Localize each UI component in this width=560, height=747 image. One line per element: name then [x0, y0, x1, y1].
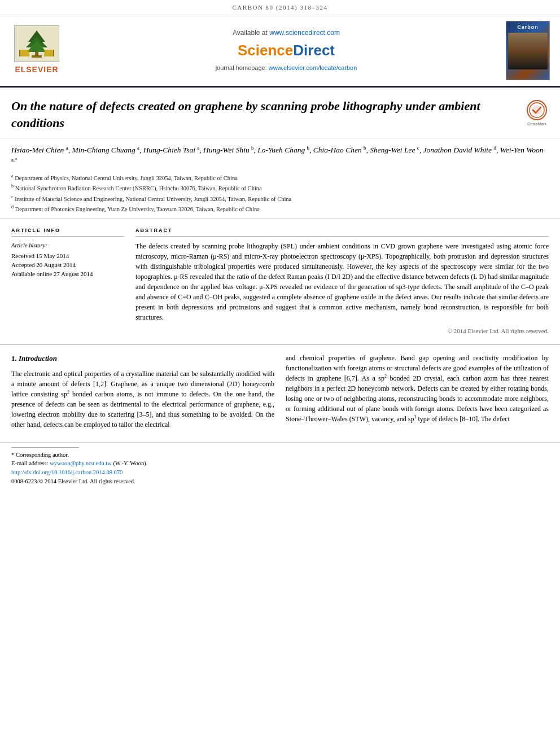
issn-line: 0008-6223/© 2014 Elsevier Ltd. All right…	[11, 477, 549, 486]
section-number: 1.	[11, 354, 17, 362]
affiliation-d: d Department of Photonics Engineering, Y…	[11, 204, 549, 213]
accepted-date: Accepted 20 August 2014	[11, 261, 124, 270]
journal-bar: CARBON 80 (2014) 318–324	[0, 0, 560, 15]
sciencedirect-url-link[interactable]: www.sciencedirect.com	[269, 29, 340, 37]
body-col-left: 1. Introduction The electronic and optic…	[11, 353, 274, 434]
affiliations: a Department of Physics, National Centra…	[11, 173, 549, 213]
available-at-text: Available at www.sciencedirect.com	[233, 28, 340, 38]
svg-rect-7	[19, 50, 20, 56]
copyright-line: © 2014 Elsevier Ltd. All rights reserved…	[135, 327, 549, 336]
journal-bar-text: CARBON 80 (2014) 318–324	[233, 4, 328, 11]
two-col-body: 1. Introduction The electronic and optic…	[11, 353, 549, 434]
email-link[interactable]: wywoon@phy.ncu.edu.tw	[50, 460, 112, 466]
elsevier-logo: ELSEVIER	[6, 21, 68, 80]
affiliation-a: a Department of Physics, National Centra…	[11, 173, 549, 182]
authors-line: Hsiao-Mei Chien a, Min-Chiang Chuang a, …	[11, 144, 549, 168]
sciencedirect-logo-text: ScienceDirect	[238, 40, 335, 62]
svg-rect-6	[19, 50, 29, 56]
doi-link[interactable]: http://dx.doi.org/10.1016/j.carbon.2014.…	[11, 469, 123, 475]
homepage-text: journal homepage: www.elsevier.com/locat…	[216, 64, 357, 73]
abstract-col: ABSTRACT The defects created by scanning…	[135, 227, 549, 336]
header-area: ELSEVIER Available at www.sciencedirect.…	[0, 15, 560, 88]
body-section: 1. Introduction The electronic and optic…	[0, 345, 560, 440]
journal-cover: Carbon	[505, 21, 551, 80]
received-date: Received 15 May 2014	[11, 252, 124, 261]
section-heading: 1. Introduction	[11, 353, 274, 364]
crossmark-label: CrossMark	[527, 121, 546, 127]
doi-line: http://dx.doi.org/10.1016/j.carbon.2014.…	[11, 468, 549, 477]
article-info-label: ARTICLE INFO	[11, 227, 124, 237]
intro-para-right: and chemical properties of graphene. Ban…	[286, 353, 549, 424]
intro-para-left: The electronic and optical properties of…	[11, 369, 274, 430]
abstract-text: The defects created by scanning probe li…	[135, 241, 549, 322]
article-title-section: On the nature of defects created on grap…	[0, 88, 560, 138]
header-center: Available at www.sciencedirect.com Scien…	[73, 21, 499, 80]
affiliation-c: c Institute of Material Science and Engi…	[11, 194, 549, 203]
journal-cover-graphic	[508, 33, 548, 69]
article-history-label: Article history:	[11, 241, 124, 250]
elsevier-tree-image	[14, 25, 59, 62]
article-main-title: On the nature of defects created on grap…	[11, 98, 519, 131]
footnotes-area: * Corresponding author. E-mail address: …	[0, 442, 560, 492]
author-names: Hsiao-Mei Chien a, Min-Chiang Chuang a, …	[11, 146, 544, 166]
svg-rect-8	[44, 50, 54, 56]
svg-rect-9	[53, 50, 54, 56]
journal-cover-image: Carbon	[506, 21, 550, 80]
article-history-group: Article history: Received 15 May 2014 Ac…	[11, 241, 124, 279]
crossmark-circle	[527, 100, 547, 120]
article-info-abstract-section: ARTICLE INFO Article history: Received 1…	[0, 219, 560, 345]
section-title: Introduction	[19, 354, 57, 362]
footnote-separator	[11, 447, 79, 448]
journal-cover-title: Carbon	[517, 24, 539, 31]
article-info-col: ARTICLE INFO Article history: Received 1…	[11, 227, 124, 336]
authors-section: Hsiao-Mei Chien a, Min-Chiang Chuang a, …	[0, 138, 560, 219]
homepage-url-link[interactable]: www.elsevier.com/locate/carbon	[269, 64, 357, 71]
elsevier-brand-text: ELSEVIER	[15, 64, 58, 75]
science-part: Science	[238, 42, 293, 59]
abstract-label: ABSTRACT	[135, 227, 549, 237]
direct-part: Direct	[293, 42, 335, 59]
available-online-date: Available online 27 August 2014	[11, 270, 124, 279]
crossmark-logo[interactable]: CrossMark	[525, 98, 549, 127]
body-col-right: and chemical properties of graphene. Ban…	[286, 353, 549, 434]
email-note: E-mail address: wywoon@phy.ncu.edu.tw (W…	[11, 459, 549, 468]
corresponding-author-note: * Corresponding author.	[11, 451, 549, 460]
affiliation-b: b National Synchrotron Radiation Researc…	[11, 183, 549, 193]
